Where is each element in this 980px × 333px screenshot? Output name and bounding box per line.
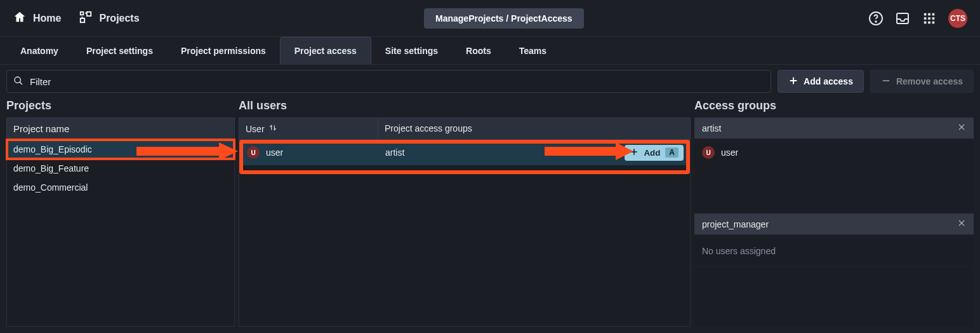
project-name: demo_Commercial bbox=[13, 182, 88, 193]
help-icon[interactable] bbox=[868, 11, 884, 26]
avatar[interactable]: CTS bbox=[948, 9, 967, 28]
remove-access-label: Remove access bbox=[896, 76, 963, 86]
svg-rect-8 bbox=[924, 13, 927, 15]
apps-icon[interactable] bbox=[922, 11, 937, 26]
home-label: Home bbox=[33, 13, 61, 24]
tab-project-permissions[interactable]: Project permissions bbox=[167, 37, 280, 64]
remove-access-button: Remove access bbox=[870, 70, 974, 93]
svg-rect-14 bbox=[924, 21, 927, 24]
access-group-user[interactable]: U user bbox=[702, 146, 966, 159]
svg-rect-0 bbox=[81, 11, 84, 15]
home-link[interactable]: Home bbox=[13, 10, 61, 27]
user-avatar: U bbox=[247, 146, 260, 159]
access-group-header[interactable]: artist bbox=[694, 118, 974, 139]
tab-project-access[interactable]: Project access bbox=[280, 37, 371, 64]
user-header-label: User bbox=[246, 124, 265, 134]
allusers-title: All users bbox=[239, 98, 691, 118]
projects-link[interactable]: Projects bbox=[79, 10, 139, 27]
add-access-button[interactable]: Add access bbox=[778, 70, 864, 93]
access-group-name: artist bbox=[702, 123, 721, 133]
svg-point-17 bbox=[15, 77, 20, 83]
access-group-zone[interactable]: No users assigned bbox=[694, 237, 974, 265]
empty-text: No users assigned bbox=[702, 242, 966, 260]
project-row[interactable]: demo_Big_Feature bbox=[7, 159, 234, 178]
user-row[interactable]: U user artist Add A bbox=[239, 140, 690, 165]
add-button[interactable]: Add A bbox=[625, 145, 684, 161]
tab-teams[interactable]: Teams bbox=[505, 37, 560, 64]
projects-title: Projects bbox=[6, 98, 235, 118]
project-row[interactable]: demo_Big_Episodic bbox=[7, 140, 234, 159]
filter-input[interactable] bbox=[30, 76, 764, 87]
plus-icon bbox=[630, 147, 639, 158]
projects-label: Projects bbox=[99, 13, 139, 24]
add-label: Add bbox=[644, 148, 660, 158]
svg-rect-11 bbox=[924, 17, 927, 20]
close-icon[interactable] bbox=[957, 219, 966, 229]
tab-bar: Anatomy Project settings Project permiss… bbox=[0, 37, 980, 65]
access-title: Access groups bbox=[694, 98, 974, 118]
access-group-zone[interactable]: U user bbox=[694, 141, 974, 211]
minus-icon bbox=[881, 76, 891, 88]
add-kbd: A bbox=[665, 147, 679, 158]
tab-roots[interactable]: Roots bbox=[452, 37, 505, 64]
svg-rect-12 bbox=[928, 17, 930, 20]
user-groups: artist bbox=[378, 147, 625, 158]
user-name: user bbox=[266, 147, 283, 158]
close-icon[interactable] bbox=[957, 123, 966, 133]
groups-header[interactable]: Project access groups bbox=[378, 118, 690, 139]
access-group-header[interactable]: project_manager bbox=[694, 214, 974, 234]
user-avatar: U bbox=[702, 146, 715, 159]
project-name: demo_Big_Feature bbox=[13, 163, 89, 173]
user-header[interactable]: User bbox=[239, 118, 378, 139]
svg-rect-2 bbox=[81, 18, 84, 22]
tab-project-settings[interactable]: Project settings bbox=[72, 37, 167, 64]
project-name: demo_Big_Episodic bbox=[13, 144, 92, 154]
sort-icon bbox=[268, 123, 277, 134]
user-name: user bbox=[721, 147, 738, 158]
svg-rect-9 bbox=[928, 13, 930, 15]
project-name-header[interactable]: Project name bbox=[6, 118, 235, 140]
svg-line-18 bbox=[20, 82, 22, 85]
tab-site-settings[interactable]: Site settings bbox=[371, 37, 452, 64]
svg-rect-13 bbox=[932, 17, 935, 20]
inbox-icon[interactable] bbox=[895, 11, 910, 26]
search-icon bbox=[13, 76, 23, 88]
svg-rect-1 bbox=[87, 11, 91, 15]
svg-rect-15 bbox=[928, 21, 930, 24]
breadcrumb[interactable]: ManageProjects / ProjectAccess bbox=[424, 8, 584, 29]
project-row[interactable]: demo_Commercial bbox=[7, 178, 234, 197]
tab-anatomy[interactable]: Anatomy bbox=[6, 37, 72, 64]
access-group-name: project_manager bbox=[702, 219, 769, 229]
svg-rect-16 bbox=[932, 21, 935, 24]
filter-box[interactable] bbox=[6, 70, 771, 93]
svg-rect-10 bbox=[932, 13, 935, 15]
projects-icon bbox=[79, 10, 93, 27]
plus-icon bbox=[788, 76, 798, 88]
add-access-label: Add access bbox=[804, 76, 853, 86]
access-group-empty-area bbox=[694, 268, 974, 327]
svg-point-6 bbox=[875, 21, 877, 22]
home-icon bbox=[13, 10, 27, 27]
